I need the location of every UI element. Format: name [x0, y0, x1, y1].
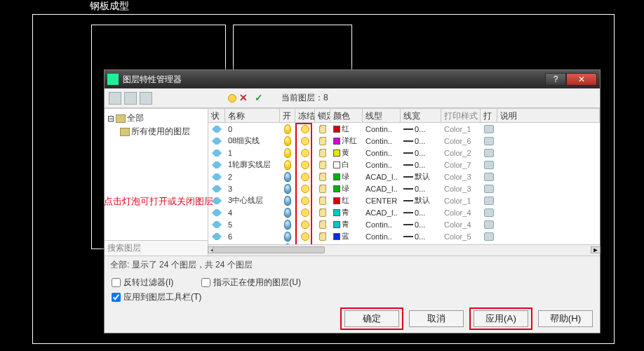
bulb-icon[interactable]	[284, 136, 291, 146]
sun-icon[interactable]	[301, 185, 309, 193]
bulb-icon[interactable]	[284, 208, 291, 218]
bulb-icon[interactable]	[284, 220, 291, 230]
tree-child[interactable]: 所有使用的图层	[107, 125, 205, 138]
lock-icon[interactable]	[319, 137, 326, 145]
sun-icon[interactable]	[301, 208, 309, 217]
bulb-icon[interactable]	[284, 172, 291, 182]
col-desc[interactable]: 说明	[497, 109, 600, 122]
table-row[interactable]: 2绿ACAD_I..默认Color_3	[208, 171, 600, 183]
printer-icon[interactable]	[484, 173, 494, 181]
col-plotstyle[interactable]: 打印样式	[441, 109, 481, 122]
lock-icon[interactable]	[319, 220, 326, 229]
table-row[interactable]: 3绿ACAD_I..0...Color_3	[208, 183, 600, 194]
lock-icon[interactable]	[319, 197, 326, 205]
bulb-icon[interactable]	[284, 196, 291, 206]
sun-icon[interactable]	[301, 137, 309, 145]
sun-icon[interactable]	[301, 161, 309, 169]
table-row[interactable]: 6蓝Contin..0...Color_5	[208, 230, 600, 242]
color-swatch[interactable]	[333, 185, 340, 192]
lock-icon[interactable]	[319, 173, 326, 181]
lock-icon[interactable]	[319, 149, 326, 157]
linetype[interactable]: Contin..	[363, 161, 401, 169]
color-swatch[interactable]	[333, 221, 340, 228]
bulb-icon[interactable]	[284, 160, 291, 170]
invert-filter-checkbox[interactable]: 反转过滤器(I)	[112, 277, 173, 289]
linetype[interactable]: ACAD_I..	[363, 173, 401, 181]
linetype[interactable]: ACAD_I..	[363, 208, 401, 217]
linetype[interactable]: Contin..	[363, 232, 401, 241]
col-linetype[interactable]: 线型	[363, 109, 401, 122]
states-icon[interactable]	[140, 92, 152, 105]
printer-icon[interactable]	[484, 161, 494, 169]
color-swatch[interactable]	[333, 138, 340, 145]
bulb-icon[interactable]	[284, 124, 291, 134]
col-on[interactable]: 开	[280, 109, 295, 122]
new-filter-icon[interactable]	[109, 92, 121, 105]
sun-icon[interactable]	[301, 173, 309, 181]
printer-icon[interactable]	[484, 220, 494, 229]
printer-icon[interactable]	[484, 185, 494, 193]
apply-toolbar-checkbox[interactable]: 应用到图层工具栏(T)	[112, 291, 201, 303]
lock-icon[interactable]	[319, 232, 326, 241]
col-lock[interactable]: 锁定	[315, 109, 330, 122]
lineweight[interactable]: 0...	[401, 161, 441, 169]
lock-icon[interactable]	[319, 208, 326, 217]
lineweight[interactable]: 0...	[401, 208, 441, 217]
layer-grid[interactable]: 状 名称 开 冻结 锁定 颜色 线型 线宽 打印样式 打 说明 0红Contin…	[208, 109, 600, 244]
color-swatch[interactable]	[333, 209, 340, 216]
printer-icon[interactable]	[484, 149, 494, 157]
color-swatch[interactable]	[333, 233, 340, 240]
lock-icon[interactable]	[319, 125, 326, 133]
color-swatch[interactable]	[333, 161, 340, 168]
printer-icon[interactable]	[484, 197, 494, 205]
lock-icon[interactable]	[319, 185, 326, 193]
lineweight[interactable]: 默认	[401, 171, 441, 182]
col-plot[interactable]: 打	[481, 109, 497, 122]
lineweight[interactable]: 0...	[401, 149, 441, 157]
sun-icon[interactable]	[301, 149, 309, 157]
bulb-icon[interactable]	[284, 184, 291, 194]
tree-root[interactable]: ⊟ 全部	[107, 112, 205, 125]
grid-header[interactable]: 状 名称 开 冻结 锁定 颜色 线型 线宽 打印样式 打 说明	[208, 109, 600, 123]
lineweight[interactable]: 0...	[401, 185, 441, 193]
linetype[interactable]: CENTER	[363, 197, 401, 205]
sun-icon[interactable]	[301, 232, 309, 241]
new-group-icon[interactable]	[124, 92, 137, 105]
bulb-icon[interactable]	[284, 232, 291, 241]
printer-icon[interactable]	[484, 208, 494, 217]
ok-button[interactable]: 确定	[344, 310, 399, 327]
filter-tree[interactable]: ⊟ 全部 所有使用的图层	[105, 109, 208, 240]
linetype[interactable]: ACAD_I..	[363, 185, 401, 193]
set-current-icon[interactable]: ✓	[255, 92, 267, 105]
lineweight[interactable]: 默认	[401, 195, 441, 206]
cancel-button[interactable]: 取消	[409, 310, 464, 327]
apply-button[interactable]: 应用(A)	[474, 310, 528, 327]
linetype[interactable]: Contin..	[363, 137, 401, 145]
lineweight[interactable]: 0...	[401, 125, 441, 133]
new-layer-icon[interactable]	[228, 94, 236, 102]
color-swatch[interactable]	[333, 150, 340, 157]
linetype[interactable]: Contin..	[363, 149, 401, 157]
lineweight[interactable]: 0...	[401, 220, 441, 229]
color-swatch[interactable]	[333, 126, 340, 133]
delete-layer-icon[interactable]: ✕	[239, 92, 252, 105]
table-row[interactable]: 3中心线层红CENTER默认Color_1	[208, 194, 600, 206]
printer-icon[interactable]	[484, 125, 494, 133]
printer-icon[interactable]	[484, 232, 494, 241]
table-row[interactable]: 08细实线洋红Contin..0...Color_6	[208, 135, 600, 147]
col-color[interactable]: 颜色	[330, 109, 363, 122]
color-swatch[interactable]	[333, 197, 340, 204]
lock-icon[interactable]	[319, 161, 326, 169]
linetype[interactable]: Contin..	[363, 125, 401, 133]
col-freeze[interactable]: 冻结	[295, 109, 315, 122]
sun-icon[interactable]	[301, 197, 309, 205]
table-row[interactable]: 1轮廓实线层白Contin..0...Color_7	[208, 159, 600, 171]
table-row[interactable]: 1黄Contin..0...Color_2	[208, 147, 600, 159]
indicate-in-use-checkbox[interactable]: 指示正在使用的图层(U)	[201, 277, 301, 289]
bulb-icon[interactable]	[284, 148, 291, 158]
table-row[interactable]: 0红Contin..0...Color_1	[208, 123, 600, 135]
close-button[interactable]: ✕	[566, 73, 597, 86]
help-button[interactable]: ?	[545, 73, 566, 86]
horizontal-scrollbar[interactable]: ◄►	[208, 244, 600, 256]
printer-icon[interactable]	[484, 137, 494, 145]
